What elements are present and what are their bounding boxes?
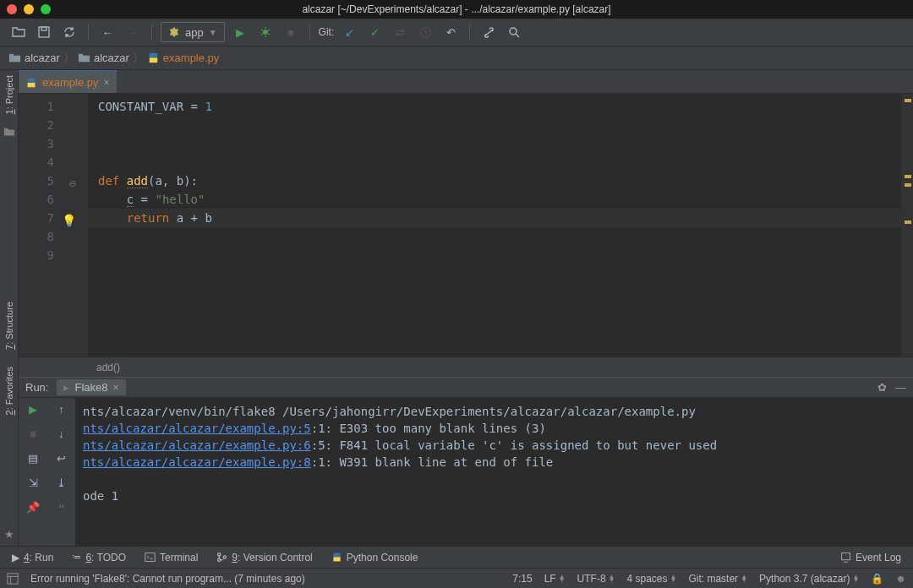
chevron-down-icon: ▼	[209, 28, 217, 37]
status-panes-icon[interactable]	[7, 573, 19, 585]
lock-icon[interactable]: 🔒	[871, 573, 883, 585]
git-update-icon[interactable]: ↙	[339, 22, 359, 42]
bottom-tab-terminal[interactable]: Terminal	[145, 552, 198, 564]
breadcrumb-file[interactable]: example.py	[147, 52, 219, 64]
close-tool-tab-icon[interactable]: ×	[113, 382, 119, 394]
svg-rect-1	[41, 27, 46, 30]
run-config-label: app	[185, 26, 204, 39]
svg-rect-9	[145, 553, 155, 562]
editor-tab-example[interactable]: example.py ×	[19, 70, 117, 93]
breadcrumb-folder[interactable]: alcazar 〉	[78, 51, 144, 66]
minimize-window-icon[interactable]	[24, 4, 34, 14]
svg-point-10	[218, 553, 221, 556]
project-folder-icon[interactable]	[3, 126, 15, 138]
error-stripe[interactable]	[901, 94, 913, 357]
back-icon[interactable]: ←	[97, 22, 118, 42]
status-git[interactable]: Git: master▲▼	[688, 573, 747, 585]
stop-run-icon[interactable]: ■	[30, 427, 36, 440]
breadcrumb-root[interactable]: alcazar 〉	[8, 51, 74, 66]
svg-rect-15	[842, 553, 850, 560]
bottom-tool-tabs: ▶ 4: Run ≔ 6: TODO Terminal 9: Version C…	[0, 546, 913, 568]
svg-point-4	[510, 28, 517, 35]
navigation-bar: alcazar 〉 alcazar 〉 example.py	[0, 46, 913, 70]
bottom-tab-todo[interactable]: ≔ 6: TODO	[72, 552, 126, 564]
error-link[interactable]: nts/alcazar/alcazar/example.py:5	[83, 422, 311, 435]
git-label: Git:	[319, 26, 335, 38]
editor[interactable]: 1 2 3 4 5⊖ 6 7💡 8 9 CONSTANT_VAR = 1 def…	[19, 94, 913, 357]
zoom-window-icon[interactable]	[41, 4, 51, 14]
pin-icon[interactable]: 📌	[26, 501, 40, 514]
stop-icon[interactable]: ■	[281, 22, 301, 42]
svg-rect-8	[28, 83, 36, 87]
editor-tabs: example.py ×	[19, 70, 913, 94]
bottom-tab-vcs[interactable]: 9: Version Control	[216, 552, 312, 564]
bottom-tab-python-console[interactable]: Python Console	[331, 552, 418, 564]
svg-rect-16	[8, 573, 18, 583]
titlebar: alcazar [~/DevExperiments/alcazar] - ...…	[0, 0, 913, 19]
code-area[interactable]: CONSTANT_VAR = 1 def add(a, b): c = "hel…	[88, 94, 901, 357]
svg-point-2	[263, 30, 268, 35]
run-config-selector[interactable]: app ▼	[161, 22, 225, 42]
tool-settings-icon[interactable]: ✿	[877, 381, 887, 394]
left-tool-strip: 1: Project 7: Structure 2: Favorites ★	[0, 70, 19, 546]
editor-context-bar[interactable]: add()	[19, 357, 913, 377]
git-compare-icon[interactable]: ⇄	[390, 22, 410, 42]
open-icon[interactable]	[8, 22, 29, 42]
git-rollback-icon[interactable]: ↶	[440, 22, 461, 42]
status-interpreter[interactable]: Python 3.7 (alcazar)▲▼	[759, 573, 859, 585]
scroll-end-icon[interactable]: ⤓	[57, 476, 66, 489]
main-toolbar: ← → app ▼ ▶ ■ Git: ↙ ✓ ⇄ ↶	[0, 19, 913, 46]
ide-status-icon[interactable]: ☻	[895, 573, 906, 585]
console-output[interactable]: nts/alcazar/venv/bin/flake8 /Users/jahon…	[76, 398, 913, 546]
export-icon[interactable]: ⇲	[29, 476, 38, 489]
close-tab-icon[interactable]: ×	[103, 77, 109, 89]
tool-window-title: Run:	[25, 381, 48, 394]
svg-point-12	[223, 556, 226, 558]
project-tool-tab[interactable]: 1: Project	[3, 70, 16, 119]
sync-icon[interactable]	[59, 22, 79, 42]
layout-icon[interactable]: ▤	[28, 452, 38, 465]
favorites-tool-tab[interactable]: 2: Favorites	[3, 362, 16, 420]
window-title: alcazar [~/DevExperiments/alcazar] - ...…	[0, 3, 913, 15]
error-link[interactable]: nts/alcazar/alcazar/example.py:6	[83, 438, 311, 452]
run-triangle-icon: ▶	[63, 384, 69, 392]
status-line-separator[interactable]: LF▲▼	[544, 573, 566, 585]
more-icon[interactable]: ››	[58, 501, 64, 510]
run-tool-window: Run: ▶ Flake8 × ✿ — ▶ ■ ▤ ⇲ 📌	[19, 377, 913, 546]
bottom-tab-event-log[interactable]: Event Log	[840, 552, 901, 564]
gutter[interactable]: 1 2 3 4 5⊖ 6 7💡 8 9	[19, 94, 88, 357]
git-history-icon[interactable]	[415, 22, 435, 42]
svg-point-11	[218, 558, 221, 561]
tool-hide-icon[interactable]: —	[895, 381, 906, 394]
statusbar: Error running 'Flake8': Cannot run progr…	[0, 568, 913, 588]
error-link[interactable]: nts/alcazar/alcazar/example.py:8	[83, 455, 311, 469]
git-commit-icon[interactable]: ✓	[364, 22, 385, 42]
rerun-icon[interactable]: ▶	[29, 403, 37, 416]
save-icon[interactable]	[34, 22, 54, 42]
down-icon[interactable]: ↓	[58, 427, 64, 440]
up-icon[interactable]: ↑	[58, 403, 64, 416]
favorites-star-icon[interactable]: ★	[4, 528, 14, 541]
forward-icon[interactable]: →	[123, 22, 143, 42]
close-window-icon[interactable]	[7, 4, 17, 14]
debug-icon[interactable]	[255, 22, 276, 42]
bottom-tab-run[interactable]: ▶ 4: Run	[12, 552, 53, 564]
status-encoding[interactable]: UTF-8▲▼	[577, 573, 615, 585]
search-icon[interactable]	[504, 22, 524, 42]
svg-rect-0	[39, 27, 49, 37]
tool-tab-flake8[interactable]: ▶ Flake8 ×	[57, 379, 125, 395]
run-icon[interactable]: ▶	[230, 22, 250, 42]
status-message[interactable]: Error running 'Flake8': Cannot run progr…	[30, 573, 305, 585]
svg-rect-14	[333, 558, 340, 562]
svg-rect-6	[150, 58, 157, 63]
status-indent[interactable]: 4 spaces▲▼	[626, 573, 676, 585]
status-cursor[interactable]: 7:15	[512, 573, 532, 585]
structure-tool-tab[interactable]: 7: Structure	[3, 297, 16, 355]
softwrap-icon[interactable]: ↩	[57, 452, 66, 465]
settings-icon[interactable]	[478, 22, 499, 42]
